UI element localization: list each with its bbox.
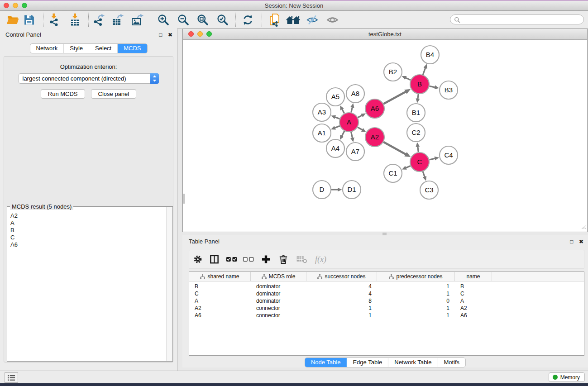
tab-network[interactable]: Network: [30, 44, 63, 53]
mcds-result-item[interactable]: A2: [8, 212, 166, 219]
clone-network-icon[interactable]: [269, 13, 281, 27]
edge-A-A2[interactable]: [358, 127, 362, 130]
tab-style[interactable]: Style: [63, 44, 89, 53]
close-table-panel-icon[interactable]: ✖: [579, 238, 583, 245]
export-table-icon[interactable]: [112, 14, 124, 26]
mcds-result-scrollbar[interactable]: [166, 207, 172, 361]
export-network-icon[interactable]: [93, 14, 105, 26]
graph-node-A3[interactable]: A3: [313, 103, 331, 121]
export-image-icon[interactable]: [131, 14, 144, 26]
edge-B-B1[interactable]: [418, 94, 418, 99]
network-graph[interactable]: B4B2BB3A8A5A6A3B1AA1C2A2A4A7C4CC1C3DD1: [183, 40, 587, 232]
table-cell[interactable]: dominator: [251, 291, 306, 297]
tab-network-table[interactable]: Network Table: [388, 358, 437, 367]
select-all-rows-icon[interactable]: [226, 256, 238, 263]
edge-A-A8[interactable]: [351, 107, 353, 112]
edge-A-A7[interactable]: [351, 132, 353, 138]
eye-show-icon[interactable]: [326, 15, 339, 24]
table-cell[interactable]: A2: [189, 305, 251, 311]
window-controls[interactable]: [4, 3, 27, 8]
tab-node-table[interactable]: Node Table: [305, 358, 347, 367]
table-cell[interactable]: A: [189, 298, 251, 304]
edge-C-C1[interactable]: [406, 166, 411, 168]
graph-node-A6[interactable]: A6: [365, 99, 384, 118]
graph-node-C2[interactable]: C2: [407, 124, 425, 142]
import-network-icon[interactable]: [48, 13, 59, 26]
graph-node-B4[interactable]: B4: [421, 46, 439, 64]
memory-button[interactable]: Memory: [549, 372, 585, 382]
table-cell[interactable]: 1: [306, 305, 377, 311]
mcds-result-item[interactable]: C: [8, 234, 166, 241]
mcds-result-item[interactable]: A: [8, 219, 166, 227]
search-input[interactable]: [462, 15, 582, 24]
zoom-in-icon[interactable]: [157, 14, 170, 26]
table-cell[interactable]: B: [455, 283, 492, 290]
graph-node-A4[interactable]: A4: [326, 139, 344, 157]
edge-B-B4[interactable]: [423, 68, 425, 75]
network-vertical-scroll-thumb[interactable]: [183, 194, 185, 204]
tab-edge-table[interactable]: Edge Table: [346, 358, 388, 367]
overview-home-icon[interactable]: [286, 15, 300, 25]
apply-layout-icon[interactable]: [242, 14, 254, 26]
table-cell[interactable]: A6: [189, 312, 251, 319]
edge-C-C2[interactable]: [418, 147, 419, 152]
table-cell[interactable]: 4: [306, 283, 377, 290]
open-file-icon[interactable]: [6, 14, 19, 25]
column-header-predecessor-nodes[interactable]: predecessor nodes: [377, 272, 455, 281]
edge-C-C4[interactable]: [429, 158, 435, 160]
search-field[interactable]: [450, 14, 584, 24]
table-cell[interactable]: dominator: [251, 283, 306, 290]
graph-node-A[interactable]: A: [339, 113, 359, 132]
table-row[interactable]: Adominator80A: [189, 297, 584, 305]
table-cell[interactable]: C: [455, 291, 492, 297]
mcds-result-item[interactable]: A6: [8, 241, 166, 248]
graph-node-B1[interactable]: B1: [407, 104, 425, 122]
graph-node-B[interactable]: B: [410, 75, 429, 94]
table-cell[interactable]: connector: [251, 305, 306, 311]
import-table-icon[interactable]: [69, 13, 81, 26]
tab-select[interactable]: Select: [89, 44, 117, 53]
close-panel-icon[interactable]: ✖: [168, 32, 172, 38]
mcds-result-list[interactable]: A2ABCA6: [8, 207, 166, 361]
table-cell[interactable]: connector: [251, 312, 306, 319]
zoom-window-button[interactable]: [22, 3, 27, 8]
graph-node-B2[interactable]: B2: [384, 63, 402, 81]
mcds-result-item[interactable]: B: [8, 227, 166, 234]
graph-node-D1[interactable]: D1: [343, 181, 361, 199]
zoom-selected-icon[interactable]: [216, 14, 229, 26]
eye-hide-icon[interactable]: [306, 14, 318, 25]
edge-B-B3[interactable]: [430, 86, 435, 87]
table-cell[interactable]: A: [455, 298, 492, 304]
table-cell[interactable]: A2: [455, 305, 492, 311]
table-cell[interactable]: 8: [306, 298, 377, 304]
criterion-select[interactable]: largest connected component (directed): [19, 73, 159, 84]
tab-motifs[interactable]: Motifs: [437, 358, 465, 367]
edge-C-C3[interactable]: [423, 172, 425, 177]
column-header-mcds-role[interactable]: MCDS role: [251, 272, 306, 281]
table-cell[interactable]: C: [189, 291, 251, 297]
save-session-icon[interactable]: [24, 14, 35, 25]
network-window-controls[interactable]: [188, 31, 212, 37]
graph-node-A8[interactable]: A8: [346, 85, 364, 103]
delete-row-icon[interactable]: [279, 254, 288, 265]
table-row[interactable]: Bdominator41B: [189, 283, 584, 290]
graph-node-A1[interactable]: A1: [313, 124, 331, 142]
minimize-window-button[interactable]: [13, 3, 18, 8]
deselect-all-rows-icon[interactable]: [243, 256, 255, 263]
zoom-out-icon[interactable]: [177, 14, 190, 26]
zoom-fit-icon[interactable]: [196, 14, 209, 26]
task-history-button[interactable]: [5, 372, 18, 383]
edge-A2-C[interactable]: [383, 142, 406, 154]
graph-node-B3[interactable]: B3: [440, 81, 458, 99]
edge-A6-B[interactable]: [383, 92, 406, 104]
close-window-button[interactable]: [4, 3, 9, 8]
table-row[interactable]: A2connector11A2: [189, 305, 584, 312]
graph-node-C3[interactable]: C3: [420, 181, 438, 199]
edge-A-A3[interactable]: [335, 117, 339, 119]
table-row[interactable]: Cdominator41C: [189, 290, 584, 297]
table-cell[interactable]: B: [189, 283, 251, 290]
table-cell[interactable]: 1: [377, 312, 455, 319]
table-cell[interactable]: 1: [377, 305, 455, 311]
add-row-icon[interactable]: [261, 255, 271, 264]
edge-B-B2[interactable]: [406, 78, 411, 80]
